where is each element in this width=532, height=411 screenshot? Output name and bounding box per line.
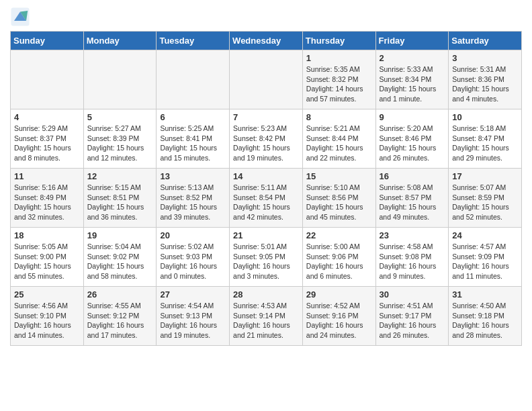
calendar-cell: 24Sunrise: 4:57 AM Sunset: 9:09 PM Dayli…	[449, 228, 522, 287]
day-info: Sunrise: 5:23 AM Sunset: 8:42 PM Dayligh…	[233, 124, 299, 163]
weekday-sunday: Sunday	[11, 32, 84, 50]
day-number: 28	[233, 289, 299, 300]
day-number: 2	[380, 53, 445, 63]
calendar-cell: 7Sunrise: 5:23 AM Sunset: 8:42 PM Daylig…	[230, 109, 303, 169]
calendar-week-2: 4Sunrise: 5:29 AM Sunset: 8:37 PM Daylig…	[11, 109, 522, 169]
day-number: 12	[87, 171, 153, 181]
day-number: 3	[452, 53, 518, 63]
day-info: Sunrise: 5:31 AM Sunset: 8:36 PM Dayligh…	[452, 64, 518, 104]
day-info: Sunrise: 5:16 AM Sunset: 8:49 PM Dayligh…	[14, 183, 80, 222]
calendar-cell: 28Sunrise: 4:53 AM Sunset: 9:14 PM Dayli…	[230, 287, 303, 346]
day-info: Sunrise: 5:02 AM Sunset: 9:03 PM Dayligh…	[160, 242, 226, 281]
calendar-cell: 25Sunrise: 4:56 AM Sunset: 9:10 PM Dayli…	[11, 287, 84, 346]
weekday-thursday: Thursday	[302, 32, 375, 50]
calendar-cell: 18Sunrise: 5:05 AM Sunset: 9:00 PM Dayli…	[11, 228, 84, 287]
day-number: 17	[452, 171, 518, 181]
day-info: Sunrise: 4:58 AM Sunset: 9:08 PM Dayligh…	[380, 242, 445, 281]
day-info: Sunrise: 4:54 AM Sunset: 9:13 PM Dayligh…	[160, 301, 226, 340]
weekday-header-row: SundayMondayTuesdayWednesdayThursdayFrid…	[11, 32, 522, 50]
calendar-cell: 3Sunrise: 5:31 AM Sunset: 8:36 PM Daylig…	[449, 50, 522, 109]
weekday-saturday: Saturday	[449, 32, 522, 50]
day-number: 10	[452, 112, 518, 122]
day-info: Sunrise: 5:00 AM Sunset: 9:06 PM Dayligh…	[306, 242, 372, 281]
weekday-wednesday: Wednesday	[230, 32, 303, 50]
page-header	[10, 7, 522, 27]
day-number: 27	[160, 289, 226, 300]
day-info: Sunrise: 4:57 AM Sunset: 9:09 PM Dayligh…	[452, 242, 518, 281]
calendar-cell: 5Sunrise: 5:27 AM Sunset: 8:39 PM Daylig…	[83, 109, 157, 169]
weekday-friday: Friday	[375, 32, 449, 50]
day-number: 30	[380, 289, 445, 300]
day-info: Sunrise: 4:51 AM Sunset: 9:17 PM Dayligh…	[380, 301, 445, 340]
day-number: 26	[87, 289, 153, 300]
day-info: Sunrise: 5:01 AM Sunset: 9:05 PM Dayligh…	[233, 242, 299, 281]
calendar-cell: 19Sunrise: 5:04 AM Sunset: 9:02 PM Dayli…	[83, 228, 157, 287]
calendar-cell: 29Sunrise: 4:52 AM Sunset: 9:16 PM Dayli…	[302, 287, 375, 346]
day-info: Sunrise: 5:35 AM Sunset: 8:32 PM Dayligh…	[306, 64, 372, 104]
day-info: Sunrise: 5:15 AM Sunset: 8:51 PM Dayligh…	[87, 183, 153, 222]
calendar-cell: 23Sunrise: 4:58 AM Sunset: 9:08 PM Dayli…	[375, 228, 449, 287]
calendar-cell: 13Sunrise: 5:13 AM Sunset: 8:52 PM Dayli…	[157, 169, 230, 228]
day-number: 13	[160, 171, 226, 181]
day-number: 11	[14, 171, 80, 181]
calendar-cell: 22Sunrise: 5:00 AM Sunset: 9:06 PM Dayli…	[302, 228, 375, 287]
calendar-cell: 8Sunrise: 5:21 AM Sunset: 8:44 PM Daylig…	[302, 109, 375, 169]
calendar-cell: 14Sunrise: 5:11 AM Sunset: 8:54 PM Dayli…	[230, 169, 303, 228]
calendar-cell: 17Sunrise: 5:07 AM Sunset: 8:59 PM Dayli…	[449, 169, 522, 228]
day-number: 31	[452, 289, 518, 300]
calendar-cell: 26Sunrise: 4:55 AM Sunset: 9:12 PM Dayli…	[83, 287, 157, 346]
day-info: Sunrise: 4:52 AM Sunset: 9:16 PM Dayligh…	[306, 301, 372, 340]
day-number: 19	[87, 230, 153, 240]
day-number: 23	[380, 230, 445, 240]
day-number: 7	[233, 112, 299, 122]
day-number: 14	[233, 171, 299, 181]
day-info: Sunrise: 5:08 AM Sunset: 8:57 PM Dayligh…	[380, 183, 445, 222]
calendar-week-1: 1Sunrise: 5:35 AM Sunset: 8:32 PM Daylig…	[11, 50, 522, 109]
calendar-cell: 30Sunrise: 4:51 AM Sunset: 9:17 PM Dayli…	[375, 287, 449, 346]
day-info: Sunrise: 4:55 AM Sunset: 9:12 PM Dayligh…	[87, 301, 153, 340]
day-number: 6	[160, 112, 226, 122]
calendar-week-3: 11Sunrise: 5:16 AM Sunset: 8:49 PM Dayli…	[11, 169, 522, 228]
day-info: Sunrise: 5:10 AM Sunset: 8:56 PM Dayligh…	[306, 183, 372, 222]
calendar-cell: 15Sunrise: 5:10 AM Sunset: 8:56 PM Dayli…	[302, 169, 375, 228]
calendar-cell: 9Sunrise: 5:20 AM Sunset: 8:46 PM Daylig…	[375, 109, 449, 169]
calendar-cell: 2Sunrise: 5:33 AM Sunset: 8:34 PM Daylig…	[375, 50, 449, 109]
day-info: Sunrise: 5:29 AM Sunset: 8:37 PM Dayligh…	[14, 124, 80, 163]
logo	[10, 7, 33, 27]
day-info: Sunrise: 5:21 AM Sunset: 8:44 PM Dayligh…	[306, 124, 372, 163]
calendar-cell: 11Sunrise: 5:16 AM Sunset: 8:49 PM Dayli…	[11, 169, 84, 228]
logo-icon	[10, 7, 30, 27]
day-info: Sunrise: 5:11 AM Sunset: 8:54 PM Dayligh…	[233, 183, 299, 222]
calendar-cell	[157, 50, 230, 109]
day-number: 25	[14, 289, 80, 300]
weekday-monday: Monday	[83, 32, 157, 50]
calendar-cell: 16Sunrise: 5:08 AM Sunset: 8:57 PM Dayli…	[375, 169, 449, 228]
day-number: 5	[87, 112, 153, 122]
calendar-table: SundayMondayTuesdayWednesdayThursdayFrid…	[10, 31, 522, 346]
calendar-header: SundayMondayTuesdayWednesdayThursdayFrid…	[11, 32, 522, 50]
day-number: 29	[306, 289, 372, 300]
calendar-cell: 21Sunrise: 5:01 AM Sunset: 9:05 PM Dayli…	[230, 228, 303, 287]
calendar-week-4: 18Sunrise: 5:05 AM Sunset: 9:00 PM Dayli…	[11, 228, 522, 287]
day-info: Sunrise: 5:07 AM Sunset: 8:59 PM Dayligh…	[452, 183, 518, 222]
day-info: Sunrise: 5:05 AM Sunset: 9:00 PM Dayligh…	[14, 242, 80, 281]
calendar-cell	[230, 50, 303, 109]
day-info: Sunrise: 4:53 AM Sunset: 9:14 PM Dayligh…	[233, 301, 299, 340]
calendar-cell: 31Sunrise: 4:50 AM Sunset: 9:18 PM Dayli…	[449, 287, 522, 346]
day-number: 21	[233, 230, 299, 240]
day-number: 15	[306, 171, 372, 181]
calendar-body: 1Sunrise: 5:35 AM Sunset: 8:32 PM Daylig…	[11, 50, 522, 346]
day-info: Sunrise: 5:20 AM Sunset: 8:46 PM Dayligh…	[380, 124, 445, 163]
day-info: Sunrise: 5:25 AM Sunset: 8:41 PM Dayligh…	[160, 124, 226, 163]
calendar-cell: 1Sunrise: 5:35 AM Sunset: 8:32 PM Daylig…	[302, 50, 375, 109]
day-number: 24	[452, 230, 518, 240]
day-info: Sunrise: 4:50 AM Sunset: 9:18 PM Dayligh…	[452, 301, 518, 340]
calendar-cell: 6Sunrise: 5:25 AM Sunset: 8:41 PM Daylig…	[157, 109, 230, 169]
calendar-cell	[11, 50, 84, 109]
day-info: Sunrise: 5:18 AM Sunset: 8:47 PM Dayligh…	[452, 124, 518, 163]
day-number: 20	[160, 230, 226, 240]
day-info: Sunrise: 5:33 AM Sunset: 8:34 PM Dayligh…	[380, 64, 445, 104]
calendar-cell: 4Sunrise: 5:29 AM Sunset: 8:37 PM Daylig…	[11, 109, 84, 169]
day-info: Sunrise: 5:13 AM Sunset: 8:52 PM Dayligh…	[160, 183, 226, 222]
day-info: Sunrise: 4:56 AM Sunset: 9:10 PM Dayligh…	[14, 301, 80, 340]
